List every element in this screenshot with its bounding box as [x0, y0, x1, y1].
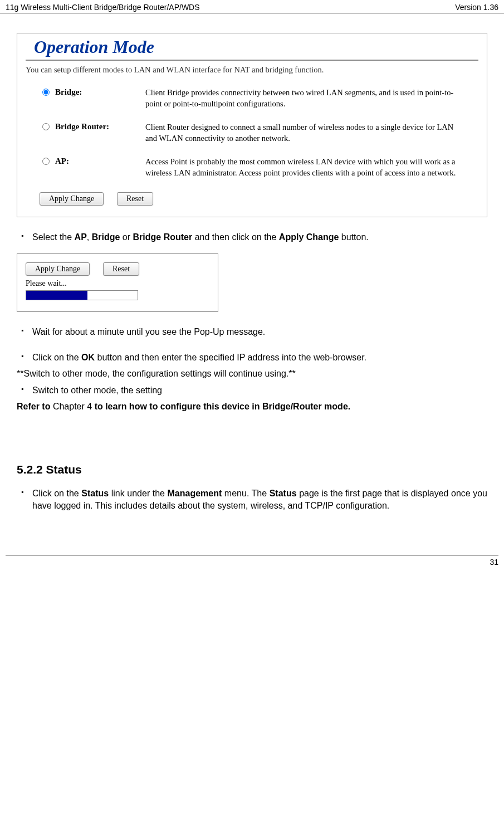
bold-refer-2: to learn how to configure this device in… [95, 402, 351, 411]
reset-button[interactable]: Reset [117, 192, 153, 206]
reset-button-2[interactable]: Reset [103, 262, 139, 276]
option-bridge-router[interactable]: Bridge Router: [40, 122, 145, 131]
page-header: 11g Wireless Multi-Client Bridge/Bridge … [0, 0, 504, 13]
progress-panel: Apply Change Reset Please wait... [17, 253, 218, 312]
bold-bridge-router: Bridge Router [133, 232, 193, 242]
option-bridge-row: Bridge: Client Bridge provides connectiv… [17, 83, 487, 118]
progress-fill [26, 291, 87, 300]
bold-status-2: Status [270, 489, 297, 498]
bold-status: Status [81, 489, 109, 498]
text: Click on the [32, 489, 81, 498]
page-content: Operation Mode You can setup different m… [0, 13, 504, 521]
operation-mode-title: Operation Mode [26, 33, 478, 61]
progress-panel-buttons: Apply Change Reset [26, 262, 209, 276]
refer-line: Refer to Chapter 4 to learn how to confi… [17, 401, 487, 413]
option-bridge-router-label: Bridge Router: [55, 122, 109, 131]
bullet-switch: Switch to other mode, the setting [17, 384, 487, 397]
bold-apply-change: Apply Change [279, 232, 339, 242]
radio-ap[interactable] [42, 158, 50, 165]
text: Select the [32, 232, 75, 242]
apply-change-button-2[interactable]: Apply Change [26, 262, 90, 276]
page-number: 31 [490, 558, 498, 567]
option-bridge-label: Bridge: [55, 87, 82, 97]
please-wait-text: Please wait... [26, 279, 209, 288]
progress-bar [26, 290, 138, 300]
radio-bridge[interactable] [42, 89, 50, 96]
bullet-select: Select the AP, Bridge or Bridge Router a… [17, 231, 487, 243]
apply-change-button[interactable]: Apply Change [40, 192, 104, 206]
text: Click on the [32, 353, 81, 362]
operation-mode-panel: Operation Mode You can setup different m… [17, 33, 487, 217]
section-heading-status: 5.2.2 Status [17, 463, 487, 476]
text: button and then enter the specified IP a… [95, 353, 366, 362]
text: , [87, 232, 92, 242]
bullet-wait: Wait for about a minute until you see th… [17, 326, 487, 338]
bold-management: Management [168, 489, 222, 498]
option-bridge-desc: Client Bridge provides connectivity betw… [145, 87, 470, 109]
bullet-status: Click on the Status link under the Manag… [17, 487, 487, 511]
option-bridge-router-desc: Client Router designed to connect a smal… [145, 122, 470, 144]
option-ap-label: AP: [55, 157, 69, 166]
text: menu. The [222, 489, 269, 498]
header-right: Version 1.36 [455, 3, 498, 12]
text: button. [339, 232, 368, 242]
header-left: 11g Wireless Multi-Client Bridge/Bridge … [6, 3, 200, 12]
bold-ok: OK [81, 353, 95, 362]
text: link under the [109, 489, 167, 498]
bullet-ok: Click on the OK button and then enter th… [17, 352, 487, 364]
text: Chapter 4 [53, 402, 95, 411]
option-bridge[interactable]: Bridge: [40, 87, 145, 97]
option-ap-row: AP: Access Point is probably the most co… [17, 152, 487, 187]
text: and then click on the [192, 232, 279, 242]
switch-note-line: **Switch to other mode, the configuratio… [17, 368, 487, 380]
bold-bridge: Bridge [92, 232, 120, 242]
option-bridge-router-row: Bridge Router: Client Router designed to… [17, 118, 487, 152]
operation-mode-intro: You can setup different modes to LAN and… [17, 61, 487, 83]
operation-mode-buttons: Apply Change Reset [17, 187, 487, 217]
page-footer: 31 [6, 555, 498, 567]
radio-bridge-router[interactable] [42, 123, 50, 130]
bold-ap: AP [75, 232, 87, 242]
option-ap-desc: Access Point is probably the most common… [145, 157, 470, 178]
text: or [120, 232, 133, 242]
bold-refer: Refer to [17, 402, 53, 411]
option-ap[interactable]: AP: [40, 157, 145, 166]
